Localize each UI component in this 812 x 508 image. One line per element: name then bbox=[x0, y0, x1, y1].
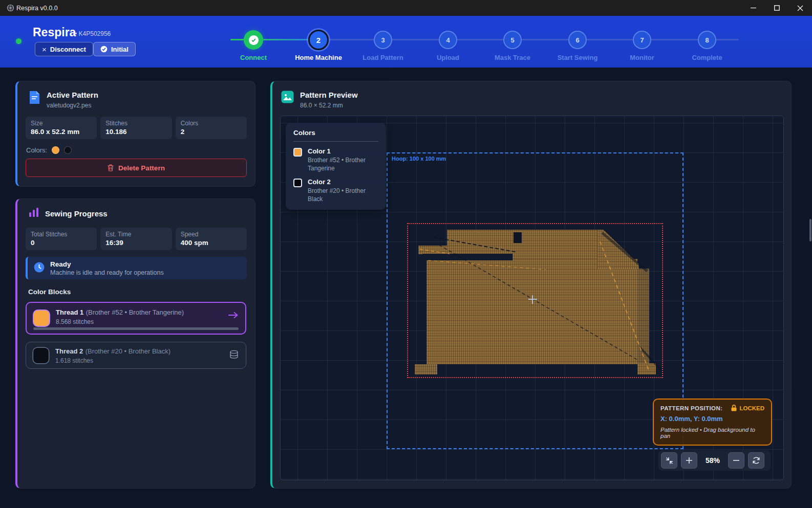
delete-pattern-button[interactable]: Delete Pattern bbox=[26, 159, 247, 177]
step-connect-circle[interactable] bbox=[244, 30, 263, 50]
machine-status-banner: Ready Machine is idle and ready for oper… bbox=[26, 257, 247, 279]
thread-1-progress-bar bbox=[33, 327, 239, 330]
step-mask-trace-circle[interactable]: 5 bbox=[503, 31, 522, 49]
step-start-sewing-circle[interactable]: 6 bbox=[568, 31, 587, 49]
close-icon bbox=[797, 5, 803, 11]
step-complete-circle[interactable]: 8 bbox=[698, 31, 716, 49]
legend-title: Colors bbox=[293, 129, 378, 142]
stat-value: 400 spm bbox=[181, 239, 242, 247]
stat-value: 10.186 bbox=[105, 128, 166, 136]
reset-view-button[interactable] bbox=[748, 452, 764, 469]
machine-serial: • K4P502956 bbox=[75, 30, 111, 37]
thread-detail: (Brother #20 • Brother Black) bbox=[86, 347, 170, 355]
initial-button[interactable]: Initial bbox=[93, 42, 136, 56]
pattern-dimensions: 86.0 × 52.2 mm bbox=[300, 102, 358, 109]
brand-title: Respira bbox=[33, 26, 76, 39]
step-home-machine-circle[interactable]: 2 bbox=[308, 30, 329, 50]
x-icon: × bbox=[42, 45, 47, 54]
clock-icon bbox=[34, 262, 45, 275]
legend-item-color-1: Color 1 Brother #52 • Brother Tangerine bbox=[293, 147, 378, 172]
thread-name: Thread 2 bbox=[55, 347, 83, 355]
step-monitor-label: Monitor bbox=[611, 54, 673, 61]
zoom-out-button[interactable] bbox=[728, 452, 744, 469]
fit-view-button[interactable] bbox=[661, 452, 677, 469]
thread-name: Thread 1 bbox=[56, 308, 83, 316]
status-title: Ready bbox=[50, 260, 164, 268]
color-swatch-1 bbox=[52, 146, 59, 154]
minimize-icon bbox=[751, 5, 756, 11]
thread-1-row[interactable]: Thread 1 (Brother #52 • Brother Tangerin… bbox=[26, 302, 246, 335]
step-upload-label: Upload bbox=[417, 54, 479, 61]
center-crosshair bbox=[532, 295, 533, 304]
serial-number: K4P502956 bbox=[79, 30, 111, 37]
window-scrollbar-thumb[interactable] bbox=[809, 219, 811, 241]
step-upload-circle[interactable]: 4 bbox=[439, 31, 457, 49]
layers-stack-icon bbox=[229, 350, 239, 361]
step-load-pattern-label: Load Pattern bbox=[352, 54, 414, 61]
disconnect-label: Disconnect bbox=[50, 46, 86, 53]
legend-color-name: Color 2 bbox=[308, 178, 378, 186]
stat-label: Colors bbox=[181, 120, 242, 127]
step-connect-label: Connect bbox=[223, 54, 284, 61]
delete-pattern-label: Delete Pattern bbox=[118, 164, 165, 172]
status-description: Machine is idle and ready for operations bbox=[50, 269, 164, 276]
active-pattern-filename: valetudogv2.pes bbox=[47, 102, 98, 109]
pattern-preview-card: Pattern Preview 86.0 × 52.2 mm Hoop: 100… bbox=[270, 81, 792, 489]
serial-separator: • bbox=[75, 30, 77, 37]
stat-size: Size 86.0 x 52.2 mm bbox=[26, 117, 97, 139]
colors-legend-panel: Colors Color 1 Brother #52 • Brother Tan… bbox=[286, 123, 386, 210]
stat-speed: Speed 400 spm bbox=[176, 228, 247, 250]
close-button[interactable] bbox=[788, 0, 812, 16]
pattern-position-label: PATTERN POSITION: bbox=[660, 405, 722, 411]
step-home-machine-label: Home Machine bbox=[288, 54, 349, 61]
step-number: 4 bbox=[446, 36, 450, 44]
pattern-preview-title: Pattern Preview bbox=[300, 91, 358, 99]
color-blocks-heading: Color Blocks bbox=[28, 288, 71, 296]
disconnect-button[interactable]: × Disconnect bbox=[35, 42, 93, 56]
minus-icon bbox=[733, 457, 740, 464]
step-monitor-circle[interactable]: 7 bbox=[633, 31, 651, 49]
pattern-position-overlay: PATTERN POSITION: LOCKED X: 0.0mm, Y: 0.… bbox=[653, 399, 772, 446]
maximize-button[interactable] bbox=[765, 0, 788, 16]
stat-label: Est. Time bbox=[105, 231, 166, 238]
stat-value: 86.0 x 52.2 mm bbox=[31, 128, 92, 136]
step-number: 3 bbox=[381, 36, 384, 44]
window-titlebar: Respira v0.0.0 bbox=[0, 0, 812, 16]
stat-value: 2 bbox=[181, 128, 242, 136]
thread-stitch-count: 1.618 stitches bbox=[55, 357, 223, 364]
plus-icon bbox=[686, 457, 693, 464]
stat-label: Total Stitches bbox=[31, 231, 92, 238]
stat-total-stitches: Total Stitches 0 bbox=[26, 228, 97, 250]
sewing-progress-card: Sewing Progress Total Stitches 0 Est. Ti… bbox=[15, 198, 255, 489]
step-mask-trace-label: Mask Trace bbox=[482, 54, 543, 61]
lock-icon bbox=[731, 405, 737, 411]
step-complete-label: Complete bbox=[676, 54, 738, 61]
step-number: 2 bbox=[316, 36, 320, 45]
active-pattern-card: Active Pattern valetudogv2.pes Size 86.0… bbox=[15, 81, 255, 187]
app-header: Respira • K4P502956 × Disconnect Initial… bbox=[0, 16, 812, 68]
pattern-canvas[interactable]: Hoop: 100 x 100 mm Colors bbox=[280, 116, 784, 480]
step-start-sewing-label: Start Sewing bbox=[547, 54, 608, 61]
zoom-level: 58% bbox=[701, 456, 724, 465]
legend-color-name: Color 1 bbox=[308, 147, 378, 155]
active-pattern-title: Active Pattern bbox=[47, 91, 98, 99]
colors-label: Colors: bbox=[26, 146, 47, 154]
legend-color-desc: Brother #20 • Brother Black bbox=[308, 187, 378, 203]
pattern-coordinates: X: 0.0mm, Y: 0.0mm bbox=[660, 415, 764, 423]
bar-chart-icon bbox=[29, 207, 39, 219]
stat-est-time: Est. Time 16:39 bbox=[100, 228, 172, 250]
color-swatch-2 bbox=[64, 146, 72, 154]
legend-color-desc: Brother #52 • Brother Tangerine bbox=[308, 157, 378, 172]
legend-item-color-2: Color 2 Brother #20 • Brother Black bbox=[293, 178, 378, 203]
step-load-pattern-circle[interactable]: 3 bbox=[374, 31, 392, 49]
step-number: 8 bbox=[705, 36, 709, 44]
minimize-button[interactable] bbox=[741, 0, 765, 16]
zoom-in-button[interactable] bbox=[681, 452, 697, 469]
stat-label: Size bbox=[31, 120, 92, 127]
legend-swatch-1 bbox=[293, 148, 302, 157]
initial-label: Initial bbox=[111, 46, 129, 53]
hoop-label: Hoop: 100 x 100 mm bbox=[392, 156, 446, 162]
stat-stitches: Stitches 10.186 bbox=[100, 117, 172, 139]
thread-stitch-count: 8.568 stitches bbox=[56, 318, 221, 325]
thread-2-row[interactable]: Thread 2 (Brother #20 • Brother Black) 1… bbox=[26, 342, 246, 369]
